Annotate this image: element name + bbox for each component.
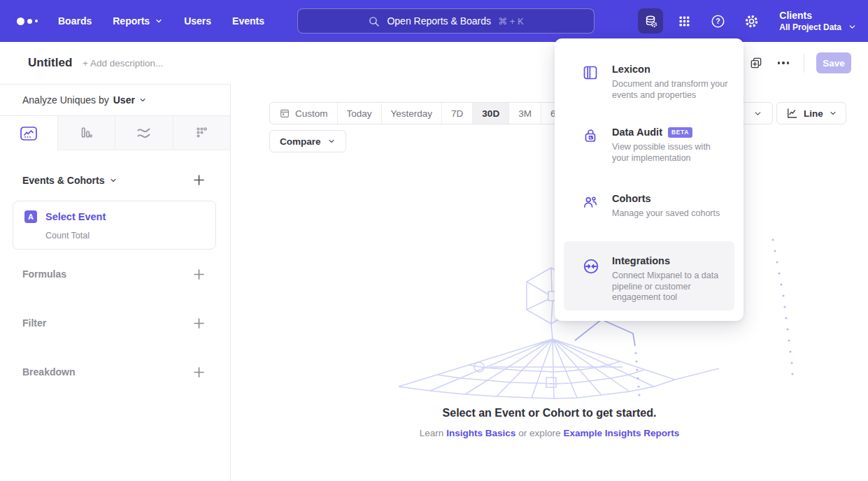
query-sidebar: Analyze Uniques by User [0, 84, 231, 481]
date-range-label: Today [347, 108, 372, 119]
nav-link-users[interactable]: Users [184, 15, 211, 27]
insights-basics-link[interactable]: Insights Basics [446, 428, 515, 438]
analyze-by-value: User [113, 94, 135, 106]
mixpanel-insights-page: Boards Reports Users Events Open Reports… [0, 0, 868, 481]
add-description-field[interactable]: + Add description... [83, 58, 163, 69]
chart-type-label: Line [804, 108, 823, 119]
count-total-label[interactable]: Count Total [45, 231, 106, 240]
compare-button[interactable]: Compare [269, 130, 346, 152]
data-audit-icon [582, 127, 599, 144]
select-event-label[interactable]: Select Event [45, 210, 106, 223]
tab-line-chart[interactable] [0, 116, 57, 150]
events-cohorts-header: Events & Cohorts [22, 173, 206, 187]
date-range-label: 7D [451, 108, 463, 119]
events-cohorts-dropdown[interactable]: Events & Cohorts [22, 175, 118, 186]
event-letter-badge: A [24, 210, 37, 223]
breakdown-section: Breakdown [0, 347, 230, 396]
duplicate-icon[interactable] [749, 56, 763, 70]
date-range-more-button[interactable] [743, 103, 772, 124]
line-chart-tab-icon [20, 125, 38, 142]
formulas-label: Formulas [22, 268, 66, 280]
menu-item-title: Data Audit [612, 127, 662, 138]
gear-icon [744, 13, 760, 29]
filter-section: Filter [0, 299, 230, 347]
add-event-button[interactable] [192, 173, 206, 187]
plus-icon [193, 366, 205, 378]
flow-tab-icon [135, 124, 152, 141]
menu-item-title: Lexicon [612, 64, 650, 75]
formulas-section: Formulas [0, 250, 230, 299]
lexicon-book-icon [582, 64, 599, 81]
date-range-today[interactable]: Today [337, 103, 381, 124]
breakdown-label: Breakdown [22, 366, 75, 378]
chart-type-button[interactable]: Line [776, 102, 846, 124]
compare-label: Compare [280, 136, 321, 147]
date-range-label: Yesterday [391, 108, 433, 119]
database-gear-icon [643, 13, 659, 29]
menu-item-cohorts[interactable]: Cohorts Manage your saved cohorts [555, 193, 744, 220]
metrics-tab-icon [193, 124, 210, 141]
more-options-button[interactable] [775, 59, 792, 67]
nav-link-label: Users [184, 15, 211, 27]
analyze-label: Analyze Uniques by [22, 94, 109, 106]
search-input[interactable]: Open Reports & Boards ⌘ + K [297, 8, 595, 34]
learn-prefix: Learn [420, 428, 444, 438]
tab-flow-chart[interactable] [115, 116, 173, 150]
chart-area: Custom Today Yesterday 7D 30D 3M 6M Comp… [231, 84, 868, 481]
mixpanel-logo[interactable] [17, 0, 38, 42]
chevron-down-icon [848, 22, 857, 31]
nav-link-reports[interactable]: Reports [113, 15, 163, 27]
empty-state-links: LearnInsights Basicsor exploreExample In… [231, 428, 868, 438]
question-circle-icon: ? [710, 13, 726, 29]
cohorts-people-icon [582, 194, 599, 210]
menu-item-data-audit[interactable]: Data Audit BETA View possible issues wit… [555, 127, 744, 164]
svg-text:?: ? [716, 17, 720, 25]
chevron-down-icon [138, 96, 147, 104]
help-button[interactable]: ? [705, 8, 730, 34]
data-management-dropdown: Lexicon Document and transform your even… [555, 38, 744, 321]
beta-badge: BETA [668, 127, 692, 138]
nav-links: Boards Reports Users Events [58, 0, 264, 42]
nav-link-boards[interactable]: Boards [58, 15, 92, 27]
report-title[interactable]: Untitled [28, 56, 72, 70]
date-range-3m[interactable]: 3M [508, 103, 541, 124]
date-range-30d[interactable]: 30D [472, 103, 508, 124]
date-range-7d[interactable]: 7D [441, 103, 472, 124]
add-filter-button[interactable] [192, 316, 206, 331]
settings-button[interactable] [739, 8, 764, 34]
integrations-icon [582, 257, 600, 275]
add-breakdown-button[interactable] [192, 365, 206, 380]
nav-link-label: Boards [58, 15, 92, 27]
chevron-down-icon [753, 109, 762, 118]
example-reports-link[interactable]: Example Insights Reports [563, 428, 679, 438]
nav-link-events[interactable]: Events [232, 15, 264, 27]
date-range-label: 30D [482, 108, 499, 119]
chevron-down-icon [155, 17, 163, 25]
chevron-down-icon [829, 109, 837, 117]
event-card[interactable]: A Select Event Count Total [13, 201, 216, 250]
menu-item-lexicon[interactable]: Lexicon Document and transform your even… [555, 64, 744, 101]
tab-bar-chart[interactable] [57, 116, 115, 150]
plus-icon [193, 317, 205, 329]
empty-state-heading: Select an Event or Cohort to get started… [231, 407, 868, 419]
chart-type-tabs [0, 116, 230, 150]
project-selector[interactable]: Clients All Project Data [779, 10, 857, 33]
date-range-yesterday[interactable]: Yesterday [381, 103, 442, 124]
date-range-custom[interactable]: Custom [270, 103, 337, 124]
nav-right-cluster: ? Clients All Project Data [638, 0, 857, 42]
menu-item-integrations[interactable]: Integrations Connect Mixpanel to a data … [564, 241, 734, 310]
chevron-down-icon [109, 176, 118, 185]
tab-metrics[interactable] [173, 116, 231, 150]
save-button[interactable]: Save [816, 52, 851, 73]
nav-link-label: Events [232, 15, 264, 27]
calendar-icon [279, 108, 290, 119]
or-explore-text: or explore [518, 428, 560, 438]
data-management-button[interactable] [638, 8, 663, 34]
apps-grid-button[interactable] [671, 8, 697, 34]
org-name: Clients [779, 10, 841, 22]
header-actions: Save [749, 42, 852, 84]
add-formula-button[interactable] [192, 267, 206, 282]
line-chart-icon [785, 107, 798, 120]
plus-icon [193, 268, 205, 280]
analyze-by-dropdown[interactable]: User [113, 94, 147, 106]
